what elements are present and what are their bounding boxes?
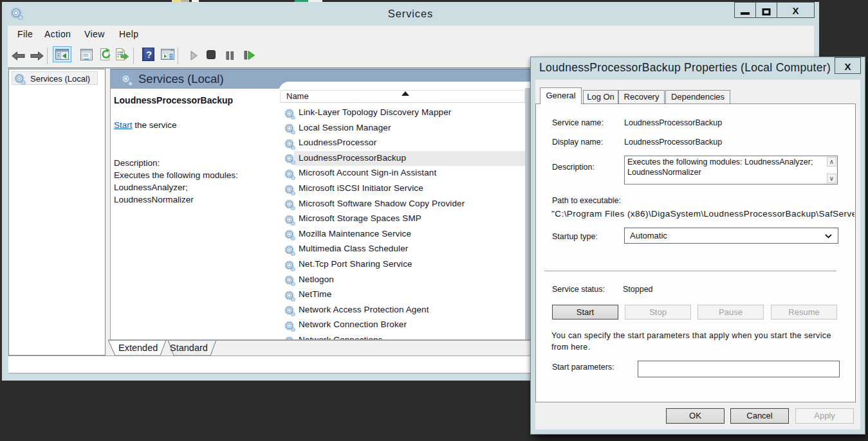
svg-text:?: ? — [146, 49, 152, 60]
